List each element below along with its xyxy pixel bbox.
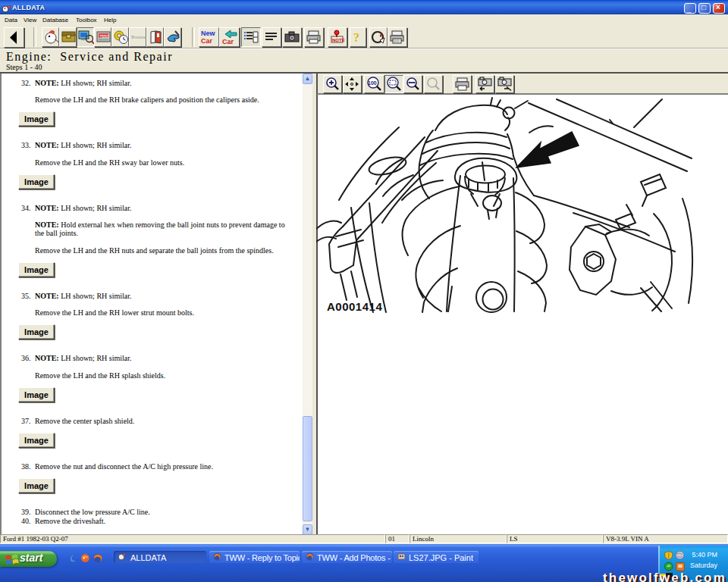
svg-text:7550: 7550 bbox=[99, 34, 108, 39]
svg-text:100: 100 bbox=[368, 80, 377, 86]
svg-text:NOTE: NOTE bbox=[332, 38, 345, 42]
svg-text:Car: Car bbox=[222, 38, 234, 45]
svg-text:Car: Car bbox=[201, 37, 213, 45]
svg-text:A0001414: A0001414 bbox=[327, 300, 382, 313]
svg-text:New: New bbox=[201, 30, 216, 37]
svg-text:?: ? bbox=[353, 31, 359, 44]
svg-text:Browse: Browse bbox=[131, 35, 147, 39]
